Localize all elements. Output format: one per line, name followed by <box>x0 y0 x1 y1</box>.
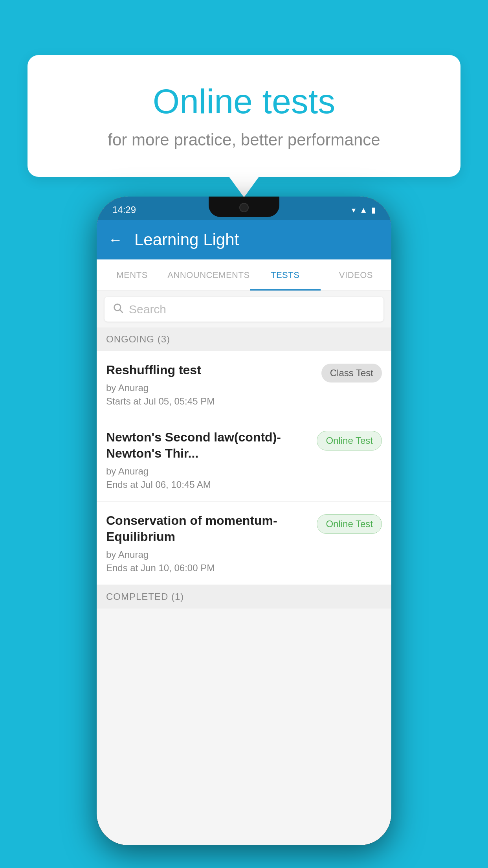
app-bar: ← Learning Light <box>97 220 391 259</box>
status-icons: ▾ ▲ ▮ <box>352 205 376 215</box>
test-by-2: by Anurag <box>106 466 309 477</box>
test-info-1: Reshuffling test by Anurag Starts at Jul… <box>106 362 314 407</box>
ongoing-label: ONGOING (3) <box>106 334 170 344</box>
battery-icon: ▮ <box>371 205 376 215</box>
tab-videos[interactable]: VIDEOS <box>321 259 391 291</box>
phone-frame: 14:29 ▾ ▲ ▮ ← Learning Light MENTS ANNOU… <box>97 197 391 845</box>
test-by-1: by Anurag <box>106 383 314 394</box>
test-time-1: Starts at Jul 05, 05:45 PM <box>106 396 314 407</box>
test-name-3: Conservation of momentum-Equilibrium <box>106 513 309 545</box>
phone-notch <box>209 197 279 217</box>
test-item-1[interactable]: Reshuffling test by Anurag Starts at Jul… <box>97 351 391 418</box>
speech-bubble-wrapper: Online tests for more practice, better p… <box>28 55 460 177</box>
tab-bar: MENTS ANNOUNCEMENTS TESTS VIDEOS <box>97 259 391 291</box>
completed-label: COMPLETED (1) <box>106 591 184 602</box>
phone-screen: 14:29 ▾ ▲ ▮ ← Learning Light MENTS ANNOU… <box>97 197 391 845</box>
tab-tests[interactable]: TESTS <box>250 259 321 291</box>
ongoing-section-header: ONGOING (3) <box>97 327 391 351</box>
search-bar: Search <box>97 291 391 327</box>
search-input-wrapper[interactable]: Search <box>105 297 383 322</box>
test-badge-3: Online Test <box>317 514 382 534</box>
test-time-2: Ends at Jul 06, 10:45 AM <box>106 479 309 490</box>
test-by-3: by Anurag <box>106 549 309 560</box>
test-list: Reshuffling test by Anurag Starts at Jul… <box>97 351 391 585</box>
tab-announcements[interactable]: ANNOUNCEMENTS <box>167 259 250 291</box>
search-icon <box>112 302 123 316</box>
test-time-3: Ends at Jun 10, 06:00 PM <box>106 563 309 574</box>
test-info-3: Conservation of momentum-Equilibrium by … <box>106 513 309 574</box>
signal-icon: ▲ <box>360 206 367 215</box>
wifi-icon: ▾ <box>352 205 356 215</box>
speech-bubble: Online tests for more practice, better p… <box>28 55 460 177</box>
svg-line-1 <box>120 310 122 312</box>
test-item-3[interactable]: Conservation of momentum-Equilibrium by … <box>97 502 391 585</box>
completed-section-header: COMPLETED (1) <box>97 585 391 609</box>
test-item-2[interactable]: Newton's Second law(contd)-Newton's Thir… <box>97 418 391 502</box>
test-info-2: Newton's Second law(contd)-Newton's Thir… <box>106 429 309 490</box>
app-title: Learning Light <box>134 230 239 249</box>
test-badge-1: Class Test <box>321 364 382 383</box>
search-placeholder[interactable]: Search <box>129 303 166 316</box>
phone-camera <box>239 203 249 212</box>
tab-ments[interactable]: MENTS <box>97 259 167 291</box>
status-time: 14:29 <box>112 204 136 215</box>
test-name-1: Reshuffling test <box>106 362 314 379</box>
test-name-2: Newton's Second law(contd)-Newton's Thir… <box>106 429 309 462</box>
bubble-title: Online tests <box>51 83 437 121</box>
back-button[interactable]: ← <box>108 232 123 248</box>
bubble-subtitle: for more practice, better performance <box>51 131 437 149</box>
test-badge-2: Online Test <box>317 431 382 451</box>
